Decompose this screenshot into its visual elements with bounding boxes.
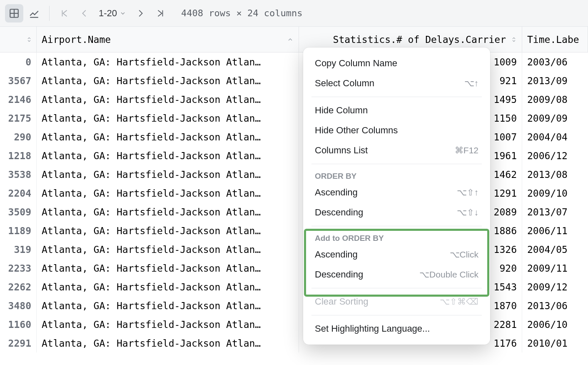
time-label-cell: 2004/04 <box>522 128 588 146</box>
ctx-heading-add-order-by: Add to ORDER BY <box>303 230 490 245</box>
time-label-cell: 2009/10 <box>522 184 588 202</box>
first-page-button[interactable] <box>55 4 74 22</box>
airport-name-cell: Atlanta, GA: Hartsfield-Jackson Atlan… <box>37 259 299 278</box>
table-row[interactable]: 2262Atlanta, GA: Hartsfield-Jackson Atla… <box>0 278 588 296</box>
airport-name-cell: Atlanta, GA: Hartsfield-Jackson Atlan… <box>37 334 299 352</box>
row-index-cell: 2146 <box>0 90 37 109</box>
ctx-add-order-descending[interactable]: Descending ⌥Double Click <box>303 265 490 285</box>
row-index-cell: 2291 <box>0 334 37 352</box>
ctx-divider <box>311 164 482 164</box>
time-label-cell: 2010/01 <box>522 334 588 352</box>
airport-name-cell: Atlanta, GA: Hartsfield-Jackson Atlan… <box>37 184 299 202</box>
airport-name-cell: Atlanta, GA: Hartsfield-Jackson Atlan… <box>37 221 299 240</box>
time-label-cell: 2006/11 <box>522 221 588 240</box>
row-index-cell: 0 <box>0 52 37 71</box>
airport-name-cell: Atlanta, GA: Hartsfield-Jackson Atlan… <box>37 128 299 146</box>
row-index-cell: 290 <box>0 128 37 146</box>
row-index-cell: 3509 <box>0 202 37 221</box>
table-row[interactable]: 290Atlanta, GA: Hartsfield-Jackson Atlan… <box>0 128 588 146</box>
time-label-cell: 2013/07 <box>522 202 588 221</box>
ctx-clear-sorting: Clear Sorting ⌥⇧⌘⌫ <box>303 292 490 312</box>
airport-name-cell: Atlanta, GA: Hartsfield-Jackson Atlan… <box>37 90 299 109</box>
shortcut-label: ⌥Click <box>450 250 479 260</box>
table-row[interactable]: 2233Atlanta, GA: Hartsfield-Jackson Atla… <box>0 259 588 278</box>
next-page-button[interactable] <box>131 4 149 22</box>
column-header-airport-label: Airport.Name <box>42 34 111 45</box>
time-label-cell: 2003/06 <box>522 52 588 71</box>
ctx-order-descending[interactable]: Descending ⌥⇧↓ <box>303 202 490 222</box>
row-index-cell: 319 <box>0 240 37 259</box>
time-label-cell: 2009/11 <box>522 259 588 278</box>
time-label-cell: 2013/08 <box>522 165 588 184</box>
row-index-cell: 3538 <box>0 165 37 184</box>
airport-name-cell: Atlanta, GA: Hartsfield-Jackson Atlan… <box>37 278 299 296</box>
column-header-stats-label: Statistics.# of Delays.Carrier <box>333 34 506 45</box>
airport-name-cell: Atlanta, GA: Hartsfield-Jackson Atlan… <box>37 52 299 71</box>
shortcut-label: ⌥↑ <box>464 78 479 88</box>
chevron-down-icon <box>120 10 126 17</box>
column-header-airport[interactable]: Airport.Name <box>37 27 299 52</box>
airport-name-cell: Atlanta, GA: Hartsfield-Jackson Atlan… <box>37 202 299 221</box>
index-column-header[interactable] <box>0 27 37 52</box>
page-range-text: 1-20 <box>99 8 117 19</box>
sort-both-icon <box>26 36 32 43</box>
table-row[interactable]: 3538Atlanta, GA: Hartsfield-Jackson Atla… <box>0 165 588 184</box>
shortcut-label: ⌥⇧⌘⌫ <box>440 297 478 307</box>
row-index-cell: 2175 <box>0 109 37 128</box>
airport-name-cell: Atlanta, GA: Hartsfield-Jackson Atlan… <box>37 240 299 259</box>
airport-name-cell: Atlanta, GA: Hartsfield-Jackson Atlan… <box>37 165 299 184</box>
airport-name-cell: Atlanta, GA: Hartsfield-Jackson Atlan… <box>37 296 299 315</box>
table-row[interactable]: 1218Atlanta, GA: Hartsfield-Jackson Atla… <box>0 146 588 165</box>
column-context-menu: Copy Column Name Select Column ⌥↑ Hide C… <box>303 48 490 345</box>
ctx-divider <box>311 226 482 226</box>
row-index-cell: 1189 <box>0 221 37 240</box>
ctx-columns-list[interactable]: Columns List ⌘F12 <box>303 140 490 160</box>
airport-name-cell: Atlanta, GA: Hartsfield-Jackson Atlan… <box>37 71 299 90</box>
airport-name-cell: Atlanta, GA: Hartsfield-Jackson Atlan… <box>37 109 299 128</box>
time-label-cell: 2004/05 <box>522 240 588 259</box>
row-index-cell: 1160 <box>0 315 37 334</box>
ctx-set-highlighting-language[interactable]: Set Highlighting Language... <box>303 319 490 339</box>
table-row[interactable]: 2291Atlanta, GA: Hartsfield-Jackson Atla… <box>0 334 588 352</box>
ctx-copy-column-name[interactable]: Copy Column Name <box>303 53 490 73</box>
table-row[interactable]: 3480Atlanta, GA: Hartsfield-Jackson Atla… <box>0 296 588 315</box>
table-row[interactable]: 319Atlanta, GA: Hartsfield-Jackson Atlan… <box>0 240 588 259</box>
table-row[interactable]: 2175Atlanta, GA: Hartsfield-Jackson Atla… <box>0 109 588 128</box>
column-header-time[interactable]: Time.Labe <box>522 27 588 52</box>
prev-page-button[interactable] <box>75 4 94 22</box>
sort-asc-icon <box>287 34 294 45</box>
ctx-add-order-ascending[interactable]: Ascending ⌥Click <box>303 245 490 265</box>
ctx-select-column[interactable]: Select Column ⌥↑ <box>303 73 490 93</box>
ctx-divider <box>311 288 482 288</box>
last-page-button[interactable] <box>151 4 169 22</box>
page-range-selector[interactable]: 1-20 <box>95 8 130 19</box>
table-row[interactable]: 3509Atlanta, GA: Hartsfield-Jackson Atla… <box>0 202 588 221</box>
row-index-cell: 2233 <box>0 259 37 278</box>
table-row[interactable]: 3567Atlanta, GA: Hartsfield-Jackson Atla… <box>0 71 588 90</box>
shortcut-label: ⌘F12 <box>455 145 478 155</box>
column-header-row: Airport.Name Statistics.# of Delays.Carr… <box>0 27 588 52</box>
shortcut-label: ⌥⇧↓ <box>457 208 479 218</box>
ctx-hide-other-columns[interactable]: Hide Other Columns <box>303 120 490 140</box>
row-index-cell: 2262 <box>0 278 37 296</box>
row-index-cell: 2204 <box>0 184 37 202</box>
ctx-hide-column[interactable]: Hide Column <box>303 100 490 120</box>
time-label-cell: 2009/09 <box>522 109 588 128</box>
chart-view-button[interactable] <box>25 4 43 22</box>
table-row[interactable]: 2146Atlanta, GA: Hartsfield-Jackson Atla… <box>0 90 588 109</box>
table-row[interactable]: 1160Atlanta, GA: Hartsfield-Jackson Atla… <box>0 315 588 334</box>
table-row[interactable]: 0Atlanta, GA: Hartsfield-Jackson Atlan…1… <box>0 52 588 71</box>
time-label-cell: 2013/06 <box>522 296 588 315</box>
time-label-cell: 2009/08 <box>522 90 588 109</box>
shortcut-label: ⌥⇧↑ <box>457 188 479 198</box>
toolbar-divider <box>49 6 50 21</box>
row-count-label: 4408 rows × 24 columns <box>181 8 302 18</box>
row-index-cell: 3480 <box>0 296 37 315</box>
table-row[interactable]: 2204Atlanta, GA: Hartsfield-Jackson Atla… <box>0 184 588 202</box>
table-row[interactable]: 1189Atlanta, GA: Hartsfield-Jackson Atla… <box>0 221 588 240</box>
toolbar: 1-20 4408 rows × 24 columns <box>0 0 588 27</box>
sort-both-icon <box>511 36 517 43</box>
table-view-button[interactable] <box>5 4 23 22</box>
ctx-order-ascending[interactable]: Ascending ⌥⇧↑ <box>303 182 490 202</box>
airport-name-cell: Atlanta, GA: Hartsfield-Jackson Atlan… <box>37 146 299 165</box>
